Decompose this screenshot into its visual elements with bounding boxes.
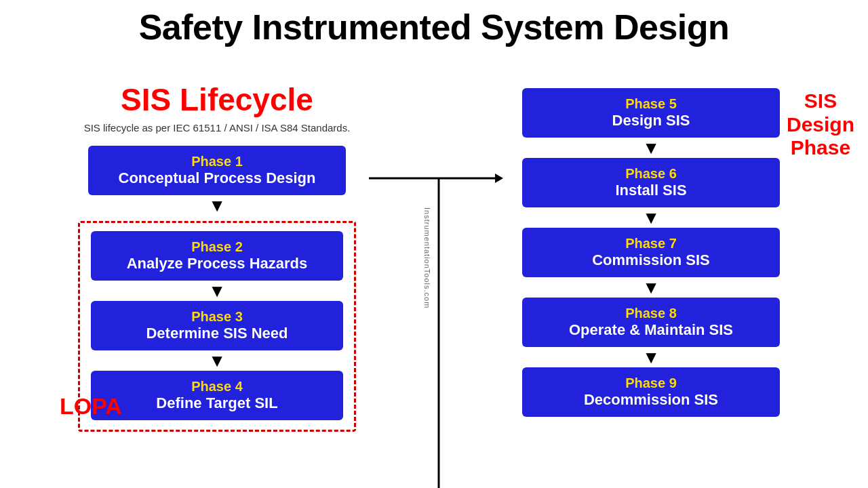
phase8-box: Phase 8 Operate & Maintain SIS (522, 298, 780, 347)
arrow-5-6: ▼ (522, 139, 780, 157)
phase7-box: Phase 7 Commission SIS (522, 228, 780, 277)
arrow-1-2: ▼ (88, 197, 346, 214)
right-panel: Phase 5 Design SIS ▼ Phase 6 Install SIS… (522, 88, 780, 417)
phase6-label: Phase 6 (533, 166, 769, 182)
phase5-desc: Design SIS (533, 112, 769, 129)
sis-design-phase-label: SISDesignPhase (787, 89, 854, 160)
phase1-label: Phase 1 (99, 154, 335, 169)
phase8-desc: Operate & Maintain SIS (533, 321, 769, 339)
phase6-desc: Install SIS (533, 182, 769, 199)
arrow-6-7: ▼ (522, 209, 780, 226)
svg-marker-1 (495, 174, 503, 183)
phase6-box: Phase 6 Install SIS (522, 158, 780, 207)
phase2-label: Phase 2 (102, 239, 332, 255)
arrow-7-8: ▼ (522, 279, 780, 296)
phase7-label: Phase 7 (533, 236, 769, 251)
phase4-box: Phase 4 Define Target SIL (91, 371, 343, 420)
phase7-desc: Commission SIS (533, 251, 769, 269)
phase3-label: Phase 3 (102, 309, 332, 325)
phase1-box: Phase 1 Conceptual Process Design (88, 146, 346, 195)
phase8-label: Phase 8 (533, 306, 769, 321)
left-panel: SIS Lifecycle SIS lifecycle as per IEC 6… (27, 81, 407, 432)
phase9-box: Phase 9 Decommission SIS (522, 367, 780, 417)
phase9-desc: Decommission SIS (533, 391, 769, 409)
lifecycle-subtitle: SIS lifecycle as per IEC 61511 / ANSI / … (27, 122, 407, 134)
arrow-3-4: ▼ (91, 352, 343, 369)
arrow-2-3: ▼ (91, 282, 343, 300)
phase9-label: Phase 9 (533, 375, 769, 391)
main-title: Safety Instrumented System Design (0, 0, 868, 47)
phase3-desc: Determine SIS Need (102, 325, 332, 342)
phase4-desc: Define Target SIL (102, 394, 332, 412)
arrow-8-9: ▼ (522, 348, 780, 366)
phase4-label: Phase 4 (102, 379, 332, 394)
phase5-box: Phase 5 Design SIS (522, 88, 780, 138)
sis-lifecycle-title: SIS Lifecycle (27, 81, 407, 118)
phase1-desc: Conceptual Process Design (99, 169, 335, 187)
lopa-label: LOPA (60, 393, 122, 420)
phase5-label: Phase 5 (533, 96, 769, 112)
phase2-box: Phase 2 Analyze Process Hazards (91, 231, 343, 281)
phase2-desc: Analyze Process Hazards (102, 255, 332, 272)
watermark: InstrumentationTools.com (423, 207, 431, 308)
phase3-box: Phase 3 Determine SIS Need (91, 301, 343, 350)
